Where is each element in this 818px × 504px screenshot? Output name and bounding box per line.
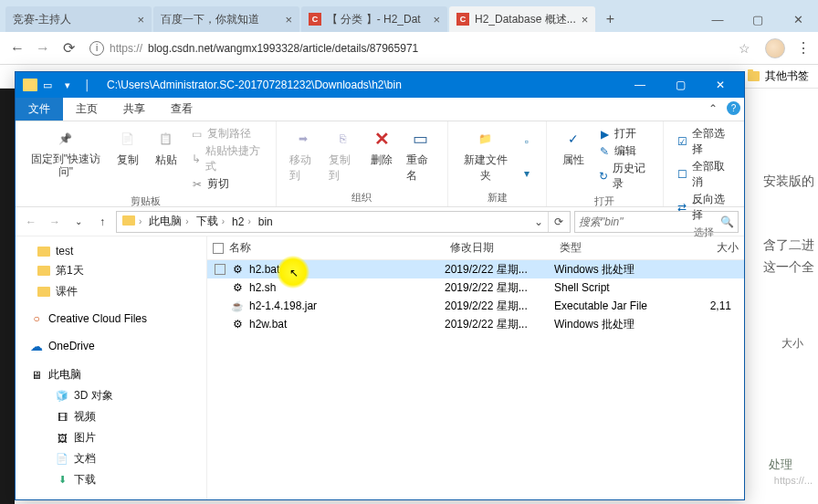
new-folder-button[interactable]: 新建文件夹	[456, 125, 515, 189]
search-input[interactable]	[579, 215, 720, 228]
maximize-button[interactable]: ▢	[660, 72, 700, 98]
breadcrumb-dropdown-icon[interactable]: ⌄	[528, 212, 548, 232]
file-row[interactable]: h2.sh 2019/2/22 星期... Shell Script	[207, 278, 744, 297]
maximize-button[interactable]: ▢	[738, 6, 778, 32]
new-tab-button[interactable]: +	[597, 6, 623, 32]
navpane-item-creative[interactable]: Creative Cloud Files	[17, 310, 204, 328]
navpane-item[interactable]: 第1天	[17, 260, 204, 281]
forward-button[interactable]: →	[33, 38, 53, 58]
profile-avatar[interactable]	[765, 38, 785, 58]
browser-tab-2[interactable]: C 【 分类 】- H2_Dat ×	[301, 6, 447, 32]
delete-button[interactable]: 删除	[362, 125, 401, 189]
row-checkbox[interactable]	[215, 264, 225, 275]
selectall-icon: ☑	[676, 135, 688, 148]
paste-button[interactable]: 粘贴	[147, 125, 185, 193]
onedrive-icon	[30, 340, 43, 352]
breadcrumb-root[interactable]: ›	[119, 215, 145, 228]
close-button[interactable]: ✕	[778, 6, 818, 32]
open-button[interactable]: ▶打开	[596, 125, 652, 142]
collapse-ribbon-icon[interactable]: ⌃	[708, 102, 718, 115]
file-row[interactable]: h2-1.4.198.jar 2019/2/22 星期... Executabl…	[207, 297, 744, 315]
refresh-icon[interactable]: ⟳	[548, 212, 568, 232]
edit-button[interactable]: ✎编辑	[596, 142, 652, 160]
tab-close-icon[interactable]: ×	[433, 13, 440, 26]
file-list-pane[interactable]: 名称 修改日期 类型 大小 h2.bat ↖ 2019/2/22 星期... W…	[207, 236, 744, 499]
browser-tab-1[interactable]: 百度一下，你就知道 ×	[153, 6, 299, 32]
col-size[interactable]: 大小	[673, 240, 744, 256]
copy-path-button[interactable]: ▭复制路径	[189, 125, 265, 142]
tab-view[interactable]: 查看	[158, 98, 205, 121]
moveto-button[interactable]: ➡移动到	[284, 125, 323, 189]
properties-button[interactable]: 属性	[554, 125, 593, 193]
header-checkbox[interactable]	[213, 243, 224, 254]
tab-share[interactable]: 共享	[110, 98, 158, 121]
tab-close-icon[interactable]: ×	[285, 13, 292, 26]
tab-file[interactable]: 文件	[16, 98, 63, 121]
url-input[interactable]: i https://blog.csdn.net/wangmx1993328/ar…	[84, 41, 733, 56]
explorer-icon	[23, 79, 37, 91]
browser-tab-0[interactable]: 竞赛-主持人 ×	[5, 6, 152, 32]
select-all-button[interactable]: ☑全部选择	[675, 125, 733, 158]
nav-forward-button[interactable]: →	[45, 212, 65, 232]
search-box[interactable]: 🔍	[574, 211, 739, 233]
nav-history-dropdown[interactable]: ⌄	[68, 212, 89, 232]
col-date[interactable]: 修改日期	[445, 240, 554, 256]
folder-icon	[37, 245, 50, 257]
bat-icon	[231, 318, 244, 331]
breadcrumb-item[interactable]: bin	[255, 215, 277, 228]
nav-up-button[interactable]: ↑	[92, 212, 112, 232]
col-name[interactable]: 名称	[207, 240, 445, 256]
minimize-button[interactable]: —	[697, 6, 738, 32]
breadcrumb-item[interactable]: h2›	[228, 215, 255, 228]
breadcrumb[interactable]: › 此电脑› 下载› h2› bin ⌄ ⟳	[116, 211, 571, 233]
bookmark-star-icon[interactable]: ☆	[739, 41, 750, 56]
pin-quickaccess-button[interactable]: 固定到"快速访问"	[23, 125, 109, 193]
navpane-item[interactable]: 下载	[17, 469, 204, 490]
navpane-item-onedrive[interactable]: OneDrive	[17, 337, 204, 355]
qat-overflow-icon[interactable]: │	[78, 75, 98, 95]
cut-button[interactable]: 剪切	[189, 175, 265, 193]
nav-pane[interactable]: test 第1天 课件 Creative Cloud Files OneDriv…	[16, 236, 207, 499]
file-row[interactable]: h2.bat ↖ 2019/2/22 星期... Windows 批处理	[207, 260, 744, 278]
qat-button[interactable]: ▭	[37, 75, 58, 95]
navpane-item[interactable]: test	[17, 242, 204, 260]
close-button[interactable]: ✕	[700, 72, 740, 98]
search-icon[interactable]: 🔍	[720, 215, 734, 228]
select-none-button[interactable]: ☐全部取消	[675, 158, 733, 191]
kebab-menu-icon[interactable]: ⋮	[796, 39, 811, 57]
nav-back-button[interactable]: ←	[21, 212, 41, 232]
qat-button[interactable]: ▾	[58, 75, 78, 95]
browser-tab-3[interactable]: C H2_Database 概述... ×	[449, 6, 595, 32]
ribbon-group-clipboard: 固定到"快速访问" 复制 粘贴 ▭复制路径 ↳粘贴快捷方式 剪切 剪贴板	[16, 121, 277, 206]
explorer-window-controls: — ▢ ✕	[620, 72, 740, 98]
rename-button[interactable]: 重命名	[401, 125, 440, 189]
navpane-item[interactable]: 图片	[17, 427, 204, 448]
explorer-titlebar[interactable]: ▭ ▾ │ C:\Users\Administrator.SC-20170728…	[16, 72, 744, 98]
navpane-item[interactable]: 3D 对象	[17, 385, 204, 406]
tab-home[interactable]: 主页	[63, 96, 110, 121]
other-bookmarks[interactable]: 其他书签	[765, 68, 809, 84]
breadcrumb-item[interactable]: 下载›	[193, 214, 228, 229]
back-button[interactable]: ←	[7, 38, 27, 58]
new-item-button[interactable]: ▫	[519, 134, 535, 149]
file-row[interactable]: h2w.bat 2019/2/22 星期... Windows 批处理	[207, 315, 744, 333]
navpane-item-thispc[interactable]: 此电脑	[17, 364, 204, 385]
copy-button[interactable]: 复制	[109, 125, 147, 193]
tab-close-icon[interactable]: ×	[137, 13, 144, 26]
navpane-item[interactable]: 文档	[17, 448, 204, 469]
navpane-item[interactable]: 课件	[17, 281, 204, 302]
navpane-item[interactable]: 视频	[17, 406, 204, 427]
minimize-button[interactable]: —	[620, 72, 660, 98]
reload-button[interactable]: ⟳	[58, 38, 79, 58]
history-button[interactable]: ↻历史记录	[596, 160, 652, 193]
paste-shortcut-button[interactable]: ↳粘贴快捷方式	[189, 142, 265, 175]
easy-access-button[interactable]: ▾	[519, 166, 535, 181]
help-icon[interactable]: ?	[727, 101, 740, 115]
site-info-icon[interactable]: i	[89, 41, 104, 56]
col-type[interactable]: 类型	[554, 240, 673, 256]
breadcrumb-item[interactable]: 此电脑›	[145, 214, 192, 229]
copy-icon	[116, 127, 140, 151]
tab-close-icon[interactable]: ×	[582, 13, 589, 26]
copyto-button[interactable]: ⎘复制到	[323, 125, 362, 189]
page-text: 安装版的	[763, 173, 814, 190]
